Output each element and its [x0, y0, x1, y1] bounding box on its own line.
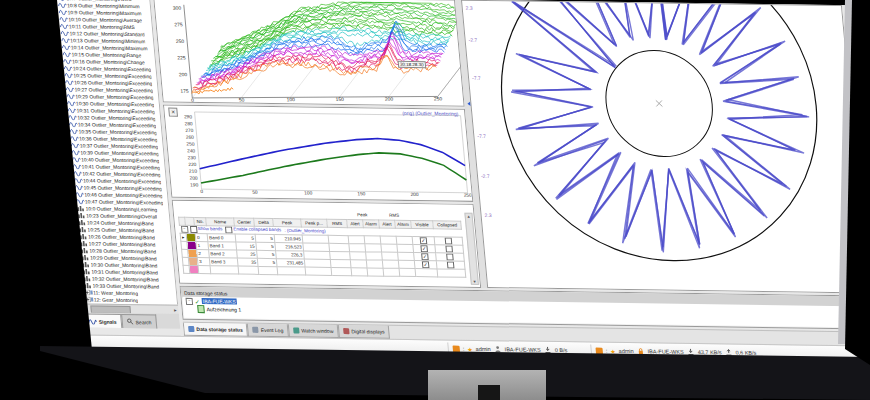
svg-text:-7.7: -7.7	[472, 75, 481, 81]
tree-item-label: 10:31 Outlier_Montoring\Band	[91, 268, 158, 275]
cell-blank	[415, 269, 438, 277]
polar-chart-pane[interactable]: 2.3-2.7-7.7-7.7-2.72.3	[461, 0, 868, 293]
band-table-pane: PeakRMSNo.NameCenterDeltaPeakPeak p...RM…	[172, 200, 482, 288]
waterfall-cursor-label: 30:18:28.30	[398, 61, 426, 68]
band-table: PeakRMSNo.NameCenterDeltaPeakPeak p...RM…	[177, 209, 466, 278]
storage-server-name[interactable]: IBA-FUE-WKS	[202, 298, 237, 304]
check-icon: ✓	[194, 297, 200, 304]
tree-item-label: 10:27 Outlier_Montoring\Exceeding	[74, 86, 153, 93]
visible-checkbox[interactable]: ✓	[420, 237, 428, 244]
svg-text:200: 200	[410, 192, 419, 197]
svg-text:290: 290	[184, 114, 193, 119]
data-storage-panel-title: Data storage status	[184, 289, 228, 296]
svg-text:220: 220	[188, 162, 197, 167]
collapsed-checkbox[interactable]	[446, 254, 454, 261]
tab-signals[interactable]: Signals	[83, 313, 122, 328]
tab-search-label: Search	[135, 319, 151, 325]
cell-no: 0	[195, 234, 208, 242]
tree-item-label: 10:35 Outlier_Montoring\Exceeding	[78, 128, 157, 135]
cell-no: 2	[197, 250, 210, 258]
collapse-icon[interactable]: −	[185, 297, 193, 304]
monitor-screen: 10:7 Outlier_Montoring\Avera10:8 Outlier…	[54, 0, 870, 363]
cell-blank	[330, 252, 351, 260]
cell-blank	[210, 266, 239, 274]
ibapda-icon	[452, 345, 460, 352]
tree-item-label: 10:26 Outlier_Montoring\Exceeding	[74, 79, 153, 86]
collapsed-checkbox[interactable]	[445, 246, 453, 253]
cell-blank	[328, 236, 349, 244]
status-group-local: :★adminIBA-FUE-WKS0 B/s	[447, 343, 568, 357]
cell-blank	[397, 244, 414, 252]
scroll-up-icon[interactable]: ▲	[466, 214, 470, 219]
tree-item-label: 10:8 Outlier_Montoring\Minimum	[67, 2, 140, 9]
desk-reflection	[268, 375, 302, 385]
cell-blank	[367, 268, 384, 276]
svg-text:250: 250	[186, 142, 195, 147]
show-bands-checkbox[interactable]	[189, 225, 197, 232]
status-upload-rate: 0,6 KB/s	[735, 350, 756, 356]
cell-blank	[380, 236, 397, 244]
lock-icon	[636, 347, 645, 355]
svg-text:240: 240	[187, 148, 196, 153]
cell-blank	[258, 267, 278, 275]
tree-item-label: 10:24 Outlier_Montoring\Exceeding	[72, 65, 151, 72]
waterfall-chart-pane[interactable]: 300275250225200175050100150200250 30:18:…	[153, 0, 465, 107]
svg-text:200: 200	[189, 176, 198, 181]
signal-wave-icon	[88, 318, 97, 324]
visible-checkbox[interactable]: ✓	[421, 253, 429, 260]
bottom-tab-watch-window[interactable]: Watch window	[288, 324, 339, 338]
close-icon[interactable]: ✕	[860, 299, 865, 305]
tree-item-label: 10:26 Outlier_Montoring\Band	[88, 233, 155, 240]
tree-item[interactable]: 12: Gear_Montoring	[81, 295, 177, 303]
svg-text:200: 200	[179, 71, 188, 77]
svg-text:50: 50	[239, 97, 245, 103]
col-alarm: Alarm	[363, 219, 380, 227]
tab-search[interactable]: Search	[121, 314, 157, 329]
svg-text:210: 210	[189, 169, 198, 174]
svg-text:190: 190	[190, 182, 199, 187]
collapse-icon[interactable]: −	[180, 226, 188, 233]
scroll-down-icon[interactable]: ▼	[472, 279, 476, 284]
col-no-: No.	[194, 217, 207, 225]
cell-blank	[366, 260, 383, 268]
visible-checkbox[interactable]: ✓	[422, 261, 430, 268]
enable-collapsed-bands-checkbox[interactable]	[225, 226, 233, 233]
tree-tab-bar: Signals Search	[83, 312, 180, 328]
cell-blank	[366, 252, 383, 260]
bottom-tab-digital-displays[interactable]: Digital displays	[338, 325, 391, 339]
up-icon	[724, 348, 733, 356]
cell-blank	[349, 244, 366, 252]
visible-checkbox[interactable]: ✓	[420, 245, 428, 252]
status-colon: :	[462, 346, 464, 352]
trend-chart-pane[interactable]: ✕ (orig) (Outlier_Montoring) 29028027026…	[163, 105, 473, 202]
close-icon[interactable]: ✕	[168, 108, 178, 117]
svg-text:100: 100	[286, 96, 295, 102]
bottom-tab-data-storage-status[interactable]: Data storage status	[183, 323, 249, 337]
bottom-tab-label: Digital displays	[351, 328, 385, 334]
tree-item-label: 10:16 Outlier_Montoring\Change	[72, 58, 145, 65]
bottom-tab-event-log[interactable]: Event Log	[247, 324, 289, 338]
tree-item-label: 10:25 Outlier_Montoring\Band	[87, 226, 154, 233]
svg-text:50: 50	[252, 190, 258, 195]
svg-text:2.3: 2.3	[484, 212, 492, 218]
collapsed-checkbox[interactable]	[447, 262, 455, 269]
tree-item-label: 10:30 Outlier_Montoring\Exceeding	[76, 100, 155, 107]
polar-plot: 2.3-2.7-7.7-7.7-2.72.3	[462, 1, 867, 293]
tree-item-label: 10:27 Outlier_Montoring\Band	[88, 240, 155, 247]
cell-blank	[364, 236, 381, 244]
waterfall-series	[183, 0, 463, 98]
tree-item-label: 10:25 Outlier_Montoring\Exceeding	[73, 72, 152, 79]
search-icon	[126, 318, 134, 325]
star-icon: ★	[467, 345, 473, 352]
cell-blank	[398, 253, 415, 261]
tree-item-label: 10:31 Outlier_Montoring\Exceeding	[76, 107, 155, 114]
enable-collapsed-bands-label: Enable collapsed bands	[233, 227, 281, 233]
bottom-tab-label: Watch window	[301, 327, 334, 333]
svg-text:270: 270	[185, 128, 194, 133]
collapsed-checkbox[interactable]	[445, 238, 453, 245]
tree-item-label: 10:32 Outlier_Montoring\Band	[92, 275, 159, 282]
bottom-tab-label: Event Log	[260, 327, 283, 333]
scroll-left-icon[interactable]: ◂	[82, 305, 89, 311]
pin-icon[interactable]: ⚲	[854, 299, 858, 305]
tree-item-label: 10:36 Outlier_Montoring\Exceeding	[79, 135, 158, 142]
